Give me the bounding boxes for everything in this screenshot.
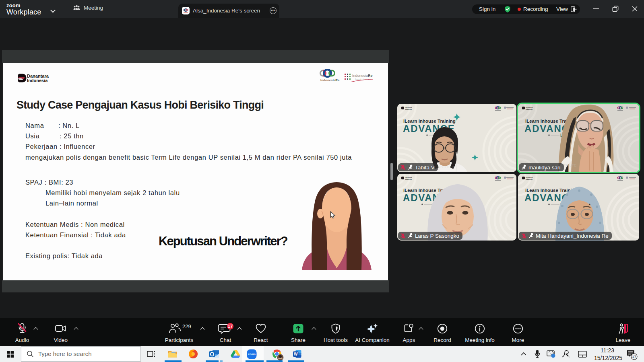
svg-text:W: W bbox=[294, 352, 298, 356]
svg-text:17: 17 bbox=[632, 354, 636, 359]
svg-text:IndonesiaRe: IndonesiaRe bbox=[352, 74, 373, 78]
svg-text:Indonesia: Indonesia bbox=[405, 179, 412, 180]
svg-text:17: 17 bbox=[228, 324, 233, 329]
svg-text:Indonesia: Indonesia bbox=[526, 109, 533, 110]
svg-text:zoom: zoom bbox=[248, 353, 255, 356]
svg-text:229: 229 bbox=[182, 323, 191, 329]
svg-text:Indonesia: Indonesia bbox=[405, 109, 412, 110]
svg-text:Indonesia: Indonesia bbox=[526, 179, 533, 180]
svg-text:IndonesiaRe: IndonesiaRe bbox=[320, 78, 340, 82]
